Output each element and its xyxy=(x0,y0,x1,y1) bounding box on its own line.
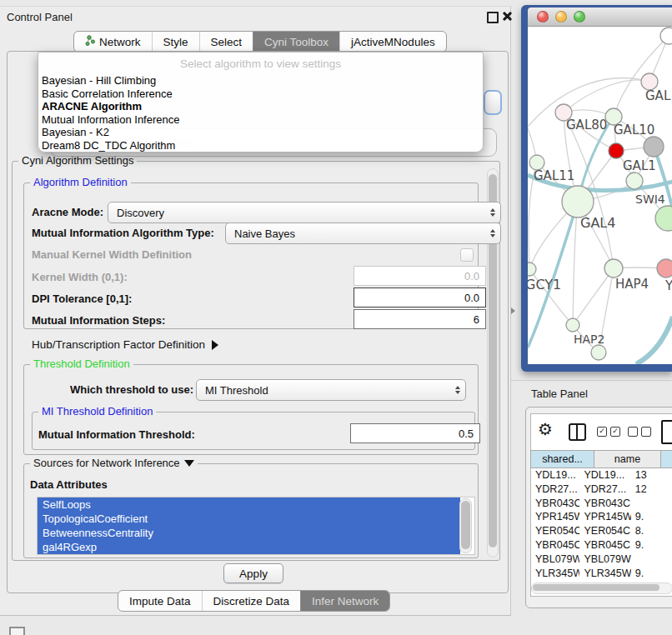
sources-group-title[interactable]: Sources for Network Inference xyxy=(30,457,198,469)
network-node-y[interactable] xyxy=(657,259,672,278)
new-table-icon[interactable] xyxy=(661,420,672,444)
tab-discretize-data[interactable]: Discretize Data xyxy=(202,591,301,611)
dpi-tolerance-field[interactable]: 0.0 xyxy=(354,288,486,308)
close-traffic-light[interactable] xyxy=(537,11,549,22)
attribute-list-scrollbar-thumb[interactable] xyxy=(461,501,470,549)
algorithm-option-basic-correlation-inference[interactable]: Basic Correlation Inference xyxy=(38,88,483,101)
column-header-shared[interactable]: shared... xyxy=(530,450,594,468)
network-node[interactable] xyxy=(591,345,606,360)
tab-impute-data[interactable]: Impute Data xyxy=(118,591,202,611)
mi-threshold-field[interactable]: 0.5 xyxy=(350,423,480,443)
table-cell: 12 xyxy=(631,482,672,497)
unchecked-box-icon xyxy=(641,427,651,437)
algorithm-option-aracne-algorithm[interactable]: ARACNE Algorithm xyxy=(38,100,483,113)
zoom-traffic-light[interactable] xyxy=(574,11,585,22)
tab-label: Network xyxy=(99,36,141,48)
tab-select[interactable]: Select xyxy=(199,32,253,52)
tab-infer-network[interactable]: Infer Network xyxy=(300,591,389,611)
table-row[interactable]: YPR145WYPR145W9. xyxy=(531,510,672,524)
network-edge[interactable] xyxy=(573,268,614,325)
tab-style[interactable]: Style xyxy=(152,32,199,52)
table-row[interactable]: YBR045CYBR045C9. xyxy=(531,538,672,552)
network-node-hap4[interactable] xyxy=(604,259,623,278)
data-attributes-label: Data Attributes xyxy=(30,478,108,491)
mi-threshold-group-title: MI Threshold Definition xyxy=(38,405,156,418)
network-edge-highlighted[interactable] xyxy=(636,317,672,364)
mi-steps-field[interactable]: 6 xyxy=(354,309,486,329)
network-node[interactable] xyxy=(655,206,672,231)
table-cell: YBL079W xyxy=(579,552,630,567)
algorithm-option-bayesian-hill-climbing[interactable]: Bayesian - Hill Climbing xyxy=(38,74,483,88)
table-horizontal-scrollbar[interactable] xyxy=(531,582,672,594)
network-canvas[interactable]: GALGAL80GAL10GAL1GAL11SWI4GAL4GCY1HAP4YH… xyxy=(528,27,672,364)
network-edge[interactable] xyxy=(614,36,669,117)
network-icon xyxy=(85,35,95,48)
checked-box-icon: ✓ xyxy=(597,427,607,437)
kernel-width-value: 0.0 xyxy=(464,270,479,282)
table-scrollbar-thumb[interactable] xyxy=(533,584,659,591)
network-node-swi4[interactable] xyxy=(626,172,643,189)
table-row[interactable]: YBR043CYBR043C xyxy=(531,497,672,511)
minimize-traffic-light[interactable] xyxy=(555,11,567,22)
algorithm-dropdown-placeholder: Select algorithm to view settings xyxy=(38,52,483,74)
table-cell: YIL052C xyxy=(531,580,579,582)
table-row[interactable]: YLR345WYLR345W9. xyxy=(531,567,672,581)
table-row[interactable]: YER054CYER054C8. xyxy=(531,524,672,538)
tab-label: Select xyxy=(211,36,243,48)
gear-icon[interactable]: ⚙ xyxy=(538,419,553,439)
split-columns-icon[interactable] xyxy=(569,423,586,441)
mi-type-combo[interactable]: Naive Bayes xyxy=(225,222,501,244)
panel-divider-handle[interactable] xyxy=(511,308,515,314)
which-threshold-combo[interactable]: MI Threshold xyxy=(196,379,466,401)
hub-definition-label: Hub/Transcription Factor Definition xyxy=(32,338,205,351)
apply-button[interactable]: Apply xyxy=(223,563,283,583)
attribute-item-topologicalcoefficient[interactable]: TopologicalCoefficient xyxy=(38,512,460,526)
table-row[interactable]: YDL19...YDL19...13 xyxy=(531,468,672,482)
network-node[interactable] xyxy=(660,28,672,44)
spinner-icon xyxy=(490,229,495,238)
minimized-panel-icon[interactable] xyxy=(9,627,25,635)
column-header-hidden[interactable] xyxy=(660,450,672,468)
column-header-name[interactable]: name xyxy=(594,450,661,468)
table-cell: YPR145W xyxy=(579,510,630,524)
aracne-mode-combo[interactable]: Discovery xyxy=(108,202,501,223)
kernel-width-label: Kernel Width (0,1): xyxy=(32,271,128,283)
network-node-gcy1[interactable] xyxy=(528,262,536,276)
network-window-titlebar[interactable] xyxy=(528,8,672,27)
select-all-columns-icon[interactable]: ✓ ✓ xyxy=(597,427,620,437)
hub-definition-header[interactable]: Hub/Transcription Factor Definition xyxy=(32,338,218,351)
network-node-gal1[interactable] xyxy=(609,143,624,158)
algorithm-option-dream8-dc-tdc-algorithm[interactable]: Dream8 DC_TDC Algorithm xyxy=(38,139,483,152)
table-row[interactable]: YIL052CYIL052C9. xyxy=(531,580,672,582)
node-label: GAL1 xyxy=(623,158,656,173)
algorithm-option-bayesian-k2[interactable]: Bayesian - K2 xyxy=(38,126,483,139)
bottom-tab-bar: Impute DataDiscretize DataInfer Network xyxy=(118,590,390,612)
deselect-all-columns-icon[interactable] xyxy=(628,427,651,437)
close-icon[interactable] xyxy=(501,10,513,22)
network-node[interactable] xyxy=(644,137,664,157)
network-node-gal4[interactable] xyxy=(562,186,594,218)
node-label: HAP2 xyxy=(574,332,604,346)
tab-cyni-toolbox[interactable]: Cyni Toolbox xyxy=(253,32,339,52)
attribute-item-betweennesscentrality[interactable]: BetweennessCentrality xyxy=(38,526,460,540)
attribute-item-gal4rgexp[interactable]: gal4RGexp xyxy=(38,540,460,554)
network-node-gal[interactable] xyxy=(641,73,658,90)
float-window-icon[interactable] xyxy=(487,12,499,23)
algorithm-options: Bayesian - Hill ClimbingBasic Correlatio… xyxy=(38,74,483,152)
tab-network[interactable]: Network xyxy=(74,32,152,52)
node-label: GAL80 xyxy=(566,118,607,132)
network-node-hap2[interactable] xyxy=(566,318,579,332)
kernel-width-field: 0.0 xyxy=(354,266,486,286)
attribute-list-scrollbar[interactable] xyxy=(459,498,472,553)
expanded-arrow-icon xyxy=(184,460,194,467)
tab-jactivemnodules[interactable]: jActiveMNodules xyxy=(339,32,446,52)
node-label: GAL11 xyxy=(534,168,574,183)
table-row[interactable]: YDR27...YDR27...12 xyxy=(531,482,672,497)
table-row[interactable]: YBL079WYBL079W xyxy=(531,552,672,567)
algorithm-option-mutual-information-inference[interactable]: Mutual Information Inference xyxy=(38,113,483,127)
focused-button[interactable] xyxy=(484,90,502,115)
table-cell: YPR145W xyxy=(531,510,579,524)
network-edge[interactable] xyxy=(564,80,649,112)
attribute-item-selfloops[interactable]: SelfLoops xyxy=(38,498,460,512)
table-cell: YDR27... xyxy=(531,482,579,497)
